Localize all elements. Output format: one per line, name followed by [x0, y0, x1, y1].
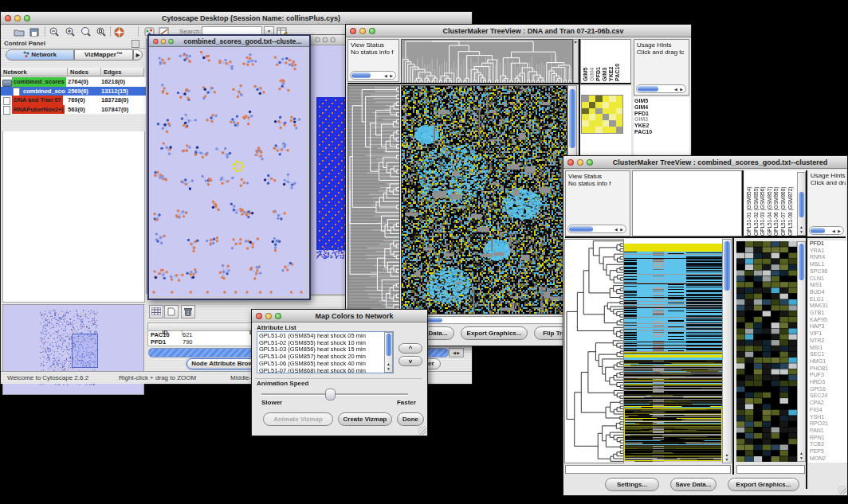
- matrix-cell[interactable]: [582, 127, 589, 133]
- window-controls[interactable]: [153, 38, 174, 43]
- move-up-button[interactable]: ^: [398, 343, 422, 354]
- minimize-icon[interactable]: [323, 37, 328, 42]
- column-label[interactable]: GPL51-02 (GSM855): [753, 172, 760, 236]
- resize-grip[interactable]: [418, 426, 426, 435]
- matrix-cell[interactable]: [609, 127, 616, 133]
- gene-label[interactable]: YRA1: [810, 248, 847, 255]
- matrix-cell[interactable]: [616, 102, 623, 108]
- zoom-window-icon[interactable]: [24, 15, 30, 21]
- matrix-cell[interactable]: [582, 114, 589, 120]
- settings-button[interactable]: Settings...: [605, 478, 659, 491]
- close-icon[interactable]: [5, 15, 11, 21]
- gene-label[interactable]: VIP1: [810, 330, 847, 338]
- heatmap-v-scrollbar[interactable]: ▲▼: [722, 239, 732, 463]
- matrix-cell[interactable]: [582, 120, 589, 127]
- gene-label[interactable]: MSL1: [810, 261, 847, 268]
- gene-label[interactable]: PUF3: [810, 372, 847, 379]
- window-controls[interactable]: [5, 15, 30, 21]
- gene-label[interactable]: GTB1: [810, 310, 847, 317]
- matrix-cell[interactable]: [595, 114, 603, 120]
- window-controls[interactable]: [315, 37, 336, 42]
- column-label[interactable]: PFD1: [595, 40, 601, 81]
- zoom-window-icon[interactable]: [330, 37, 335, 42]
- tab-overflow-icon[interactable]: ▶: [133, 49, 143, 61]
- zoom-window-icon[interactable]: [168, 38, 173, 43]
- gene-label[interactable]: HAP3: [810, 323, 847, 330]
- matrix-cell[interactable]: [589, 108, 596, 115]
- gene-label[interactable]: YSH1: [810, 414, 847, 421]
- column-label[interactable]: GPL51-06 (GSM865): [773, 172, 780, 236]
- column-labels-v-scrollbar[interactable]: ▲▼: [797, 172, 806, 236]
- heatmap-global-canvas[interactable]: [401, 85, 567, 315]
- close-icon[interactable]: [153, 38, 158, 43]
- attribute-list[interactable]: GPL51-01 (GSM854) heat shock 05 minGPL51…: [257, 331, 394, 373]
- matrix-cell[interactable]: [589, 96, 596, 102]
- matrix-row-label[interactable]: GIM3: [634, 116, 689, 123]
- gene-label[interactable]: HRD3: [810, 379, 847, 386]
- matrix-cell[interactable]: [582, 108, 589, 115]
- network-tree-row[interactable]: DNA and Tran 07769(0)183728(0): [1, 96, 146, 105]
- window-controls[interactable]: [567, 159, 593, 166]
- gene-label[interactable]: MSI1: [810, 345, 847, 352]
- matrix-cell[interactable]: [589, 127, 596, 133]
- column-dendrogram-canvas[interactable]: [401, 39, 573, 84]
- matrix-cell[interactable]: [609, 108, 616, 115]
- float-panel-icon[interactable]: [132, 40, 139, 48]
- matrix-cell[interactable]: [595, 108, 603, 115]
- column-label[interactable]: GPL51-01 (GSM854): [746, 172, 753, 236]
- column-label[interactable]: GPL51-07 (GSM868): [780, 172, 787, 236]
- bottom-scroll-strip-right[interactable]: [736, 465, 805, 474]
- resize-grip[interactable]: [838, 486, 846, 494]
- gene-label[interactable]: MON2: [810, 455, 847, 463]
- matrix-row-label[interactable]: YKE2: [634, 123, 689, 129]
- gene-label[interactable]: ELG1: [810, 296, 847, 303]
- minimize-icon[interactable]: [265, 313, 272, 319]
- zoom-out-icon[interactable]: [47, 26, 61, 37]
- new-attribute-icon[interactable]: [164, 305, 179, 318]
- column-label[interactable]: GIM5: [583, 40, 588, 81]
- heatmap-global-canvas[interactable]: [624, 239, 722, 462]
- matrix-cell[interactable]: [589, 102, 596, 108]
- view-status-h-scrollbar[interactable]: ◀ ▶: [567, 225, 626, 233]
- close-icon[interactable]: [350, 28, 356, 34]
- matrix-cell[interactable]: [603, 96, 610, 102]
- save-data-button[interactable]: Save Data...: [670, 478, 716, 491]
- matrix-cell[interactable]: [609, 96, 616, 102]
- matrix-cell[interactable]: [603, 114, 610, 120]
- network-name[interactable]: RNAPuberNov2+|: [12, 105, 65, 115]
- tab-network[interactable]: Network: [6, 49, 74, 61]
- export-graphics-button[interactable]: Export Graphics...: [728, 478, 799, 491]
- minimize-icon[interactable]: [577, 159, 583, 166]
- window-controls[interactable]: [256, 313, 281, 319]
- matrix-row-label[interactable]: PAC10: [634, 129, 689, 135]
- matrix-row-label[interactable]: GIM5: [634, 98, 689, 104]
- matrix-cell[interactable]: [582, 102, 589, 108]
- done-button[interactable]: Done: [397, 412, 424, 426]
- minimize-icon[interactable]: [161, 38, 166, 43]
- gene-label[interactable]: RPN1: [810, 435, 847, 442]
- usage-hints-h-scrollbar[interactable]: ◀ ▶: [636, 84, 686, 93]
- gene-label[interactable]: NIS1: [810, 282, 847, 289]
- gene-label[interactable]: GPI16: [810, 386, 847, 393]
- gene-label[interactable]: SEC24: [810, 393, 847, 400]
- row-dendrogram-canvas[interactable]: [564, 239, 624, 463]
- treeview1-titlebar[interactable]: ClusterMaker TreeView : DNA and Tran 07-…: [346, 25, 691, 37]
- minimize-icon[interactable]: [359, 28, 366, 34]
- matrix-cell[interactable]: [595, 96, 603, 102]
- treeview2-titlebar[interactable]: ClusterMaker TreeView : combined_scores_…: [563, 156, 847, 169]
- create-vizmap-button[interactable]: Create Vizmap: [338, 412, 392, 426]
- matrix-cell[interactable]: [609, 114, 616, 120]
- export-graphics-button[interactable]: Export Graphics...: [461, 326, 528, 340]
- column-label[interactable]: GIM4: [589, 40, 595, 81]
- animate-vizmap-button[interactable]: Animate Vizmap: [263, 412, 333, 426]
- gene-label[interactable]: PEP5: [810, 448, 847, 455]
- main-titlebar[interactable]: Cytoscape Desktop (Session Name: collins…: [1, 12, 472, 25]
- gene-label[interactable]: SPC98: [810, 268, 847, 275]
- zoom-fit-icon[interactable]: [94, 26, 108, 37]
- bottom-scroll-strip-left[interactable]: [565, 465, 731, 474]
- move-down-button[interactable]: v: [398, 356, 422, 366]
- usage-hints-h-scrollbar[interactable]: ◀ ▶: [809, 226, 844, 235]
- row-dendrogram-canvas[interactable]: [347, 85, 400, 315]
- gene-label[interactable]: TCB3: [810, 441, 847, 448]
- attribute-list-v-scrollbar[interactable]: ▲▼: [384, 332, 393, 373]
